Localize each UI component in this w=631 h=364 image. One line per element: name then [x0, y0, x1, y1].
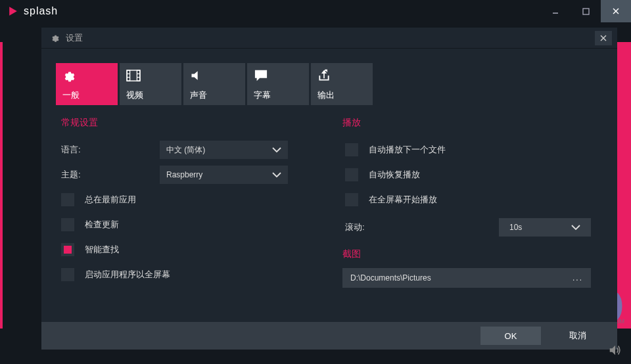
play-logo-icon [7, 5, 20, 18]
language-label: 语言: [61, 144, 160, 156]
tab-general[interactable]: 一般 [56, 63, 118, 105]
tab-label: 字幕 [254, 89, 302, 101]
theme-label: 主题: [61, 169, 160, 181]
smart-seek-label: 智能查找 [85, 244, 119, 256]
auto-resume-checkbox[interactable] [345, 168, 358, 181]
maximize-button[interactable] [571, 0, 601, 22]
tab-label: 一般 [62, 89, 111, 101]
close-settings-button[interactable] [595, 31, 612, 45]
scroll-label: 滚动: [345, 221, 477, 233]
check-updates-label: 检查更新 [85, 219, 119, 231]
ok-button[interactable]: OK [480, 327, 541, 345]
auto-next-checkbox[interactable] [345, 143, 358, 156]
start-fullscreen-label: 启动应用程序以全屏幕 [85, 269, 170, 281]
auto-next-label: 自动播放下一个文件 [369, 144, 446, 156]
theme-value: Raspberry [166, 170, 202, 179]
tab-audio[interactable]: 声音 [183, 63, 245, 105]
export-icon [317, 69, 331, 82]
smart-seek-checkbox[interactable] [61, 243, 74, 256]
app-name: splash [24, 5, 58, 17]
always-on-top-label: 总在最前应用 [85, 194, 136, 206]
chevron-down-icon [272, 147, 281, 152]
svg-rect-1 [583, 9, 589, 14]
settings-dialog: 设置 一般 视频 声音 字幕 输出 常规设置 语言: [41, 28, 617, 350]
start-fullscreen-checkbox[interactable] [61, 268, 74, 281]
minimize-button[interactable] [540, 0, 571, 22]
scroll-value: 10s [509, 223, 522, 232]
scroll-select[interactable]: 10s [499, 218, 591, 237]
speech-icon [254, 69, 268, 82]
tab-subtitle[interactable]: 字幕 [247, 63, 309, 105]
screenshot-path: D:\Documents\Pictures [350, 273, 431, 283]
theme-select[interactable]: Raspberry [160, 166, 288, 184]
film-icon [126, 70, 141, 81]
chevron-down-icon [272, 172, 281, 177]
chevron-down-icon [571, 225, 580, 230]
always-on-top-checkbox[interactable] [61, 193, 74, 206]
volume-icon[interactable] [607, 343, 623, 357]
svg-rect-6 [127, 70, 140, 81]
accent-stripe-left [0, 42, 3, 329]
tab-label: 视频 [126, 89, 175, 101]
language-select[interactable]: 中文 (简体) [160, 141, 288, 159]
cancel-button[interactable]: 取消 [548, 327, 608, 345]
close-button[interactable] [601, 0, 631, 22]
tab-label: 输出 [317, 89, 366, 101]
browse-button[interactable]: ... [573, 273, 583, 283]
check-updates-checkbox[interactable] [61, 218, 74, 231]
tab-video[interactable]: 视频 [120, 63, 181, 105]
start-fs-checkbox[interactable] [345, 193, 358, 206]
language-value: 中文 (简体) [166, 145, 205, 156]
start-fs-label: 在全屏幕开始播放 [369, 194, 437, 206]
section-screenshot: 截图 [342, 248, 597, 260]
gear-icon [51, 33, 60, 43]
screenshot-path-field[interactable]: D:\Documents\Pictures ... [342, 268, 591, 288]
section-general: 常规设置 [61, 117, 316, 129]
speaker-icon [190, 69, 203, 82]
tab-output[interactable]: 输出 [311, 63, 373, 105]
auto-resume-label: 自动恢复播放 [369, 169, 420, 181]
app-logo: splash [7, 5, 58, 18]
gear-icon [62, 68, 77, 83]
section-playback: 播放 [342, 117, 597, 129]
settings-title: 设置 [66, 32, 83, 44]
tab-label: 声音 [190, 89, 239, 101]
